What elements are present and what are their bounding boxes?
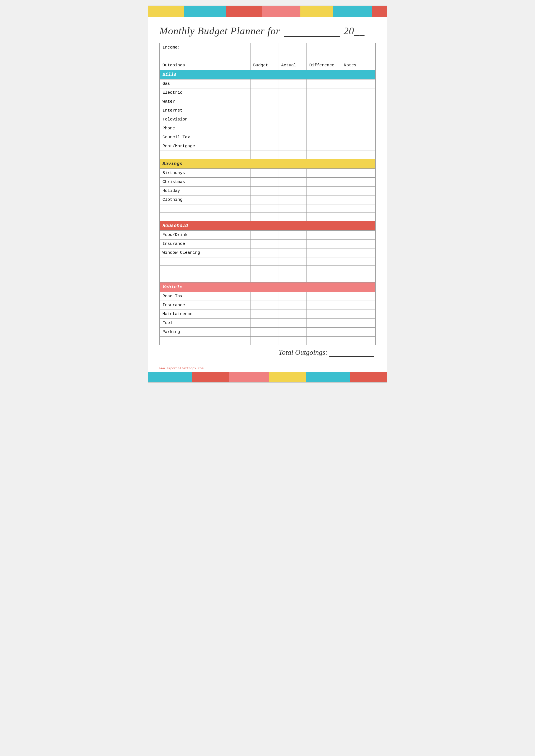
income-empty-row	[160, 52, 376, 61]
list-item: Clothing	[160, 196, 376, 204]
household-empty-2	[160, 266, 376, 274]
section-savings-header: Savings	[160, 159, 376, 169]
color-swatch-1	[148, 6, 184, 17]
total-label: Total Outgoings:	[279, 348, 328, 356]
section-household-header: Household	[160, 221, 376, 230]
color-swatch-b6	[350, 372, 387, 382]
list-item: Rent/Mortgage	[160, 142, 376, 151]
col-header-actual: Actual	[278, 61, 306, 70]
household-empty-3	[160, 274, 376, 283]
col-header-budget: Budget	[250, 61, 278, 70]
household-empty-1	[160, 257, 376, 266]
list-item: Food/Drink	[160, 230, 376, 240]
section-vehicle-header: Vehicle	[160, 283, 376, 292]
watermark: www.imperialtattoopx.com	[148, 366, 387, 372]
list-item: Maintainence	[160, 310, 376, 319]
page-title: Monthly Budget Planner for 20__	[159, 25, 376, 37]
list-item: Council Tax	[160, 133, 376, 142]
vehicle-label: Vehicle	[160, 283, 376, 292]
color-swatch-6	[333, 6, 372, 17]
bills-empty-row	[160, 151, 376, 159]
list-item: Holiday	[160, 187, 376, 196]
col-header-difference: Difference	[306, 61, 341, 70]
total-outgoings: Total Outgoings:	[159, 345, 376, 357]
list-item: Internet	[160, 106, 376, 115]
column-headers-row: Outgoings Budget Actual Difference Notes	[160, 61, 376, 70]
col-header-notes: Notes	[341, 61, 376, 70]
color-swatch-b3	[229, 372, 269, 382]
savings-label: Savings	[160, 159, 376, 169]
list-item: Gas	[160, 79, 376, 88]
list-item: Television	[160, 115, 376, 124]
income-row: Income:	[160, 43, 376, 52]
color-bar-bottom	[148, 372, 387, 382]
list-item: Christmas	[160, 178, 376, 187]
list-item: Window Cleaning	[160, 249, 376, 257]
color-bar-top	[148, 6, 387, 17]
color-swatch-3	[226, 6, 261, 17]
title-name-line	[284, 36, 340, 37]
list-item: Fuel	[160, 319, 376, 328]
list-item: Phone	[160, 124, 376, 133]
color-swatch-b1	[148, 372, 192, 382]
color-swatch-b2	[192, 372, 229, 382]
income-label: Income:	[160, 43, 250, 52]
savings-empty-2	[160, 213, 376, 221]
list-item: Birthdays	[160, 169, 376, 178]
budget-table: Income: Outgoings Budget Actual Differen…	[159, 43, 376, 345]
list-item: Insurance	[160, 301, 376, 310]
list-item: Parking	[160, 328, 376, 337]
page: Monthly Budget Planner for 20__ Income:	[148, 6, 387, 383]
list-item: Water	[160, 97, 376, 106]
color-swatch-5	[300, 6, 333, 17]
list-item: Electric	[160, 88, 376, 97]
col-header-outgoings: Outgoings	[160, 61, 250, 70]
savings-empty-1	[160, 204, 376, 213]
list-item: Insurance	[160, 240, 376, 249]
color-swatch-b4	[269, 372, 306, 382]
color-swatch-b5	[306, 372, 350, 382]
vehicle-empty-1	[160, 337, 376, 345]
color-swatch-4	[262, 6, 300, 17]
list-item: Road Tax	[160, 292, 376, 301]
bills-label: Bills	[160, 70, 376, 79]
household-label: Household	[160, 221, 376, 230]
color-swatch-7	[372, 6, 387, 17]
color-swatch-2	[184, 6, 226, 17]
total-value-line	[329, 356, 374, 357]
section-bills-header: Bills	[160, 70, 376, 79]
